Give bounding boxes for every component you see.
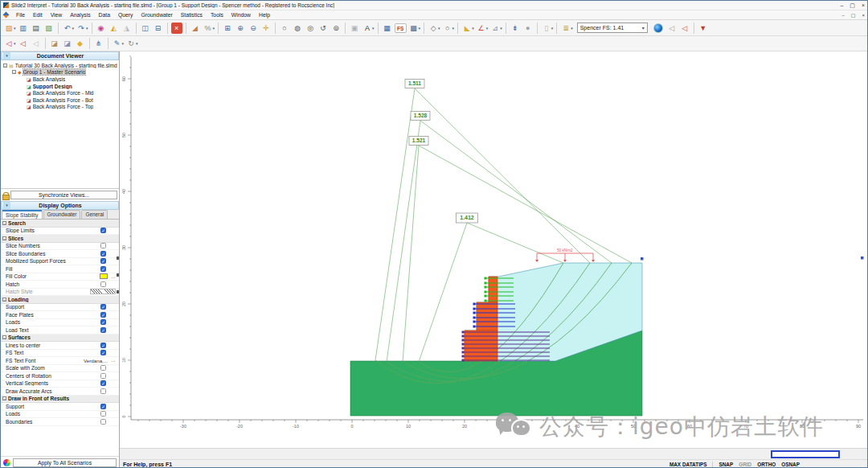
collapse-icon[interactable]: – <box>2 236 6 240</box>
tree-expander-icon[interactable]: – <box>12 70 16 74</box>
option-boundaries[interactable]: Boundaries <box>1 418 119 426</box>
child-close-button[interactable]: × <box>862 13 865 18</box>
dropdown-arrow-icon[interactable]: ▾ <box>122 41 125 46</box>
collapse-icon[interactable]: ▾ <box>3 202 10 209</box>
tree-item[interactable]: ◪Back Analysis <box>1 76 119 83</box>
fs-method-combobox[interactable]: Spencer FS: 1.41▾ <box>577 23 648 33</box>
minimize-button[interactable]: – <box>840 2 843 8</box>
query-kite-colored-icon[interactable]: ◁ <box>679 23 690 34</box>
option-support[interactable]: Support✓ <box>1 304 119 312</box>
option-lines-to-center[interactable]: Lines to center✓ <box>1 342 119 350</box>
checkbox[interactable]: ✓ <box>100 404 106 409</box>
dropdown-arrow-icon[interactable]: ▾ <box>14 41 16 46</box>
tile-horizontal-icon[interactable]: ⊟ <box>153 23 164 34</box>
polygon-tool-icon[interactable]: ◇ <box>428 23 439 34</box>
option-slope-limits[interactable]: Slope Limits✓ <box>1 228 119 236</box>
option-hatch[interactable]: Hatch <box>1 281 119 289</box>
close-button[interactable]: × <box>862 2 865 8</box>
apply-all-scenarios-button[interactable]: Apply To All Scenarios <box>13 458 117 467</box>
menu-statistics[interactable]: Statistics <box>177 11 207 18</box>
zoom-window-icon[interactable]: ○ <box>279 23 290 34</box>
tree-item[interactable]: ◪Back Analysis Force - Mid <box>1 89 119 96</box>
menu-query[interactable]: Query <box>114 11 137 18</box>
child-minimize-button[interactable]: – <box>841 13 844 18</box>
close-view-icon[interactable]: × <box>171 23 182 34</box>
show-slices-alt-icon[interactable]: ◪ <box>62 38 73 49</box>
synchronize-views-button[interactable]: Synchronize Views... <box>10 191 117 199</box>
checkbox[interactable]: ✓ <box>100 266 106 272</box>
open-file-icon[interactable]: ▨ <box>3 23 14 34</box>
undo-icon[interactable]: ↶ <box>62 23 73 34</box>
color-wheel-icon[interactable]: ◉ <box>96 23 107 34</box>
collapse-icon[interactable]: ▾ <box>3 52 10 60</box>
zoom-extents-icon[interactable]: ⊞ <box>222 23 233 34</box>
text-tool-icon[interactable]: A <box>362 23 373 34</box>
option-fs-text-font[interactable]: FS Text FontVerdana,...... <box>1 357 119 365</box>
dropdown-arrow-icon[interactable]: ▾ <box>419 26 421 31</box>
menu-edit[interactable]: Edit <box>29 11 47 18</box>
chevron-down-icon[interactable]: ▾ <box>642 25 645 31</box>
menu-window[interactable]: Window <box>227 11 255 18</box>
color-swatch[interactable] <box>100 273 108 279</box>
status-toggle-max-datatips[interactable]: MAX DATATIPS <box>669 462 707 467</box>
menu-help[interactable]: Help <box>255 11 274 18</box>
menu-groundwater[interactable]: Groundwater <box>137 11 176 18</box>
status-toggle-osnap[interactable]: OSNAP <box>781 462 800 467</box>
checkbox[interactable]: ✓ <box>100 258 106 264</box>
maximize-button[interactable]: ▢ <box>850 2 855 9</box>
query-marker-icon[interactable]: ◆ <box>75 38 86 49</box>
menu-tools[interactable]: Tools <box>207 11 227 18</box>
option-fill-color[interactable]: Fill Color... <box>1 273 119 281</box>
info-table-icon[interactable]: ▦ <box>382 23 393 34</box>
dropdown-arrow-icon[interactable]: ▾ <box>500 26 502 31</box>
checkbox[interactable]: ✓ <box>100 228 106 233</box>
slope-view-icon[interactable]: ◢ <box>190 23 201 34</box>
zoom-selected-icon[interactable]: ◎ <box>305 23 316 34</box>
collapse-icon[interactable]: – <box>2 396 6 400</box>
delete-query-icon[interactable]: ◁ <box>31 38 42 49</box>
apply-properties-icon[interactable]: ↻ <box>125 38 137 49</box>
option-centers-of-rotation[interactable]: Centers of Rotation <box>1 372 119 380</box>
globe-3d-icon[interactable] <box>653 23 663 33</box>
splitter-grip[interactable] <box>117 257 119 294</box>
add-query-icon[interactable]: ◁ <box>3 38 14 49</box>
print-icon[interactable]: ▤ <box>31 23 42 34</box>
dropdown-arrow-icon[interactable]: ▾ <box>86 26 88 31</box>
dimension-tool-icon[interactable]: ⊿ <box>489 23 501 34</box>
tile-vertical-icon[interactable]: ◫ <box>140 23 151 34</box>
status-toggle-ortho[interactable]: ORTHO <box>757 462 776 467</box>
child-maximize-button[interactable]: ▢ <box>851 12 856 18</box>
status-toggle-grid[interactable]: GRID <box>739 462 751 467</box>
checkbox[interactable]: ✓ <box>100 380 106 386</box>
checkbox[interactable] <box>100 388 106 394</box>
tab-general[interactable]: General <box>81 210 108 219</box>
save-icon[interactable]: ▥ <box>18 23 29 34</box>
option-loads[interactable]: Loads <box>1 411 119 419</box>
option-mobilized-support-forces[interactable]: Mobilized Support Forces✓ <box>1 258 119 266</box>
contour-plot-icon[interactable]: ◭ <box>108 23 120 34</box>
status-toggle-snap[interactable]: SNAP <box>719 462 733 467</box>
zoom-pan-icon[interactable]: ✛ <box>260 23 272 34</box>
material-layers-icon[interactable]: ≣ <box>560 23 571 34</box>
dropdown-arrow-icon[interactable]: ▾ <box>472 26 474 31</box>
delete-tool-icon[interactable]: ▯ <box>541 23 552 34</box>
option-hatch-style[interactable]: Hatch Style <box>1 289 119 297</box>
menu-file[interactable]: File <box>12 11 29 18</box>
dropdown-arrow-icon[interactable]: ▾ <box>438 26 440 31</box>
tree-item[interactable]: –◆Group 1 - Master Scenario <box>1 69 119 76</box>
option-vertical-segments[interactable]: Vertical Segments✓ <box>1 380 119 388</box>
dropdown-arrow-icon[interactable]: ▾ <box>571 26 573 31</box>
option-face-plates[interactable]: Face Plates✓ <box>1 311 119 319</box>
menu-data[interactable]: Data <box>95 11 114 18</box>
checkbox[interactable] <box>100 419 106 425</box>
option-draw-accurate-arcs[interactable]: Draw Accurate Arcs <box>1 388 119 396</box>
option-slice-numbers[interactable]: Slice Numbers <box>1 243 119 251</box>
filter-funnel-icon[interactable]: ▼ <box>698 23 709 34</box>
flow-vectors-icon[interactable]: ⇟ <box>510 23 521 34</box>
model-drawing[interactable]: 50 kN/m2-30-20-1001020304050607080906050… <box>120 51 868 448</box>
menu-view[interactable]: View <box>47 11 67 18</box>
export-image-icon[interactable]: ▧ <box>43 23 55 34</box>
show-slices-icon[interactable]: ◪ <box>49 38 60 49</box>
zoom-actual-icon[interactable]: ◍ <box>292 23 303 34</box>
copy-view-icon[interactable]: ▣ <box>349 23 360 34</box>
